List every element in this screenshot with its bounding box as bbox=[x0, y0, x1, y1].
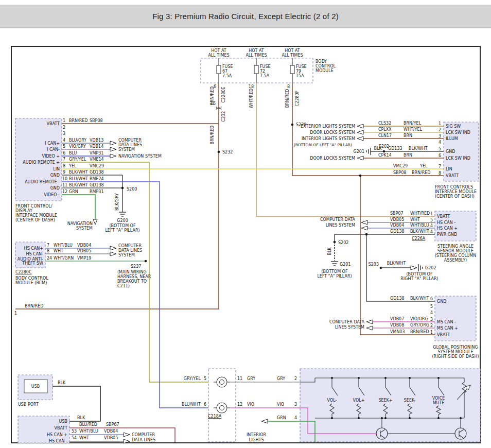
splice-location: HARNESS, NEAR bbox=[117, 274, 151, 279]
pin-number: 5 bbox=[63, 144, 65, 149]
hot-at-label: ALL TIMES bbox=[246, 53, 267, 58]
circuit-label: VDB08 bbox=[390, 323, 404, 328]
pin-name: USB bbox=[31, 384, 40, 389]
button-label: SEEK- bbox=[404, 398, 416, 403]
circuit-label: VDB05 bbox=[104, 436, 118, 440]
button-label: VOICE bbox=[432, 396, 445, 401]
connector-label: C2280F bbox=[295, 90, 300, 106]
hot-at-label: HOT AT bbox=[249, 48, 264, 53]
pin-number: 53 bbox=[72, 429, 77, 434]
module-name: (CENTER OF DASH) bbox=[435, 194, 475, 199]
module-name: ASSEMBLY) bbox=[444, 258, 467, 263]
wire-color-label: VIO bbox=[247, 402, 254, 407]
circuit-label: GD138 bbox=[390, 296, 405, 301]
circuit-label: RMP31 bbox=[90, 189, 103, 194]
module-name: FRONT CONTROLS bbox=[435, 185, 473, 189]
splice-label: S203 bbox=[369, 262, 379, 267]
circuit-label: CLS32 bbox=[378, 121, 391, 126]
pin-name: MS CAN - bbox=[437, 320, 456, 324]
pin-number: 7 bbox=[63, 157, 65, 162]
wire-color-label: WHT/BLU bbox=[54, 243, 73, 248]
circuit-label: VDB14 bbox=[90, 144, 103, 149]
pin-name: GND bbox=[437, 299, 446, 304]
ground-location: (BOTTOM OF bbox=[406, 272, 432, 277]
pin-name: AUDIO REMOTE - bbox=[25, 180, 60, 184]
pin-number: 9 bbox=[63, 170, 65, 175]
splice-dot bbox=[121, 187, 124, 189]
button-label: VOL+ bbox=[353, 398, 365, 403]
wiring-diagram: HOT AT ALL TIMES HOT AT ALL TIMES HOT AT… bbox=[0, 0, 491, 448]
wire-color-label: BLK/WHT bbox=[387, 261, 406, 266]
wire-color-label: BRN/RED bbox=[210, 126, 215, 145]
pin-number: 6 bbox=[439, 153, 441, 158]
system-ref: DOOR LOCKS SYSTEM bbox=[310, 130, 355, 135]
circuit-label: CPK14 bbox=[378, 153, 392, 158]
splice-label: S237 bbox=[131, 264, 141, 269]
pin-number: 3 bbox=[294, 402, 297, 407]
system-ref: COMPUTER bbox=[118, 244, 142, 248]
system-ref: DATA LINES bbox=[132, 438, 155, 442]
wire-color-label: BLK/WHT bbox=[410, 296, 429, 301]
pin-name: VIDEO - bbox=[44, 193, 60, 197]
hot-at-label: ALL TIMES bbox=[208, 53, 229, 58]
pin-number: 24 bbox=[47, 256, 52, 261]
connector-label: C232 bbox=[221, 111, 226, 122]
system-ref: COMPUTER DATA bbox=[320, 217, 356, 222]
ground-label: G200 bbox=[117, 218, 128, 223]
wire-color-label: WHT bbox=[79, 436, 89, 440]
hot-at-label: HOT AT bbox=[285, 48, 300, 53]
circuit-label: GD138 bbox=[90, 170, 104, 175]
module-name: (RIGHT SIDE OF DASH) bbox=[432, 354, 479, 359]
circuit-label: VMN03 bbox=[390, 330, 405, 334]
pin-number: 1 bbox=[63, 118, 65, 123]
wire-color-label: VIO/GRY bbox=[69, 144, 86, 149]
pin-number: 3 bbox=[63, 131, 65, 136]
fuse-label: FUSE bbox=[260, 64, 271, 69]
pin-number: 8 bbox=[439, 171, 441, 176]
pin-name: GND bbox=[50, 173, 60, 178]
pin-number: 6 bbox=[430, 297, 433, 301]
pin-name: VBATT bbox=[437, 333, 450, 337]
connector-label: C218A bbox=[208, 414, 222, 419]
pin-number: 8 bbox=[47, 249, 49, 253]
wire-color-label: WHT/RED bbox=[249, 89, 254, 108]
pin-name: I CAN+ bbox=[45, 141, 60, 146]
module-name: DISPLAY bbox=[15, 209, 32, 213]
pin-number: 12 bbox=[237, 402, 242, 407]
pin-number: 4 bbox=[294, 416, 297, 420]
circuit-label: GD138 bbox=[390, 229, 405, 234]
splice-label: S232 bbox=[222, 150, 233, 154]
pin-number: 8 bbox=[63, 164, 65, 168]
wire-color-label: YEL bbox=[68, 164, 77, 168]
wire-color-label: VIO/ORG bbox=[410, 317, 428, 321]
pin-name: HS CAN + bbox=[47, 433, 67, 437]
module-name: USB PORT bbox=[18, 402, 39, 407]
fuse-label: FUSE bbox=[222, 64, 233, 69]
system-ref: SYSTEM bbox=[118, 253, 135, 257]
circuit-label: SBP67 bbox=[106, 422, 119, 427]
pin-number: 6 bbox=[204, 402, 206, 407]
module-name: INTERFACE MODULE bbox=[435, 189, 477, 194]
pin-number: 5 bbox=[204, 376, 206, 381]
wire-color-label: GRN bbox=[69, 189, 78, 194]
wire-color-label: BLK/WHT bbox=[409, 146, 428, 151]
splice-dot bbox=[145, 260, 147, 263]
pin-number: 2 bbox=[63, 125, 65, 130]
pin-name: LIN bbox=[446, 167, 452, 171]
module-name: CONTROL bbox=[315, 64, 336, 68]
junction-dot bbox=[359, 175, 362, 177]
circuit-label: VDB04 bbox=[77, 243, 91, 248]
system-ref: SYSTEM bbox=[118, 147, 135, 152]
wire-color-label: GRY bbox=[247, 376, 255, 381]
pin-number: 14 bbox=[428, 230, 433, 234]
circuit-label: RME24 bbox=[90, 177, 104, 181]
wire-color-label: WHT bbox=[54, 249, 63, 253]
pin-number: 11 bbox=[62, 183, 67, 187]
wire-color-label: GRY/YEL bbox=[69, 157, 86, 162]
pin-number: 12 bbox=[62, 189, 67, 194]
wire-color-label: BRN/RED bbox=[410, 330, 429, 334]
wire-color-label: BLU/RED bbox=[79, 422, 97, 427]
pin-number: 4 bbox=[430, 223, 433, 228]
wire-color-label: BLU/WHT bbox=[182, 402, 201, 407]
module-name: BODY CONTROL bbox=[15, 276, 48, 281]
